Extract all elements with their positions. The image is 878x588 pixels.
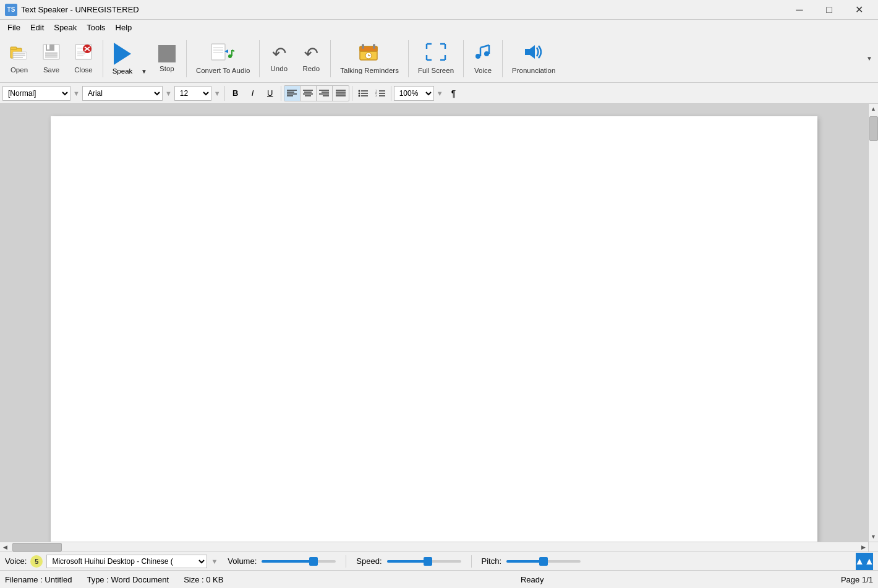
- speak-button[interactable]: Speak: [107, 37, 138, 80]
- close-doc-button[interactable]: Close: [68, 37, 99, 80]
- close-button[interactable]: ✕: [845, 0, 873, 20]
- pitch-group: Pitch:: [482, 556, 581, 566]
- toolbar-sep-3: [259, 40, 260, 77]
- window-title: Text Speaker - UNREGISTERED: [21, 5, 139, 14]
- pronunciation-button[interactable]: Pronunciation: [506, 37, 561, 80]
- menu-help[interactable]: Help: [111, 22, 137, 33]
- horizontal-scrollbar-row: ◀ ▶: [0, 542, 878, 552]
- toolbar-sep-2: [186, 40, 187, 77]
- svg-point-68: [358, 95, 360, 96]
- zoom-select[interactable]: 100%: [394, 86, 434, 101]
- convert-audio-button[interactable]: Convert To Audio: [190, 37, 255, 80]
- undo-label: Undo: [271, 65, 288, 72]
- speed-group: Speed:: [356, 556, 461, 566]
- maximize-button[interactable]: □: [815, 0, 843, 20]
- convert-audio-icon: [211, 43, 236, 64]
- type-value: Word Document: [111, 575, 169, 584]
- volume-fill: [262, 560, 313, 563]
- menu-speak[interactable]: Speak: [49, 22, 82, 33]
- volume-group: Volume:: [228, 556, 336, 566]
- h-scroll-thumb[interactable]: [12, 543, 62, 552]
- status-row-controls: Voice: 5 Microsoft Huihui Desktop - Chin…: [0, 552, 878, 571]
- scroll-right-arrow[interactable]: ▶: [858, 542, 868, 552]
- svg-rect-8: [47, 45, 49, 49]
- scroll-corner: [868, 542, 878, 552]
- status-page: Page 1/1: [841, 575, 873, 584]
- menu-tools[interactable]: Tools: [82, 22, 110, 33]
- scroll-track[interactable]: [869, 114, 878, 532]
- toolbar-expand-button[interactable]: ▼: [864, 37, 874, 80]
- voice-dropdown-icon: ▼: [211, 558, 218, 565]
- toolbar-sep-6: [463, 40, 464, 77]
- scroll-left-arrow[interactable]: ◀: [0, 542, 10, 552]
- speak-dropdown-arrow-icon: ▼: [141, 68, 147, 75]
- volume-track: [262, 560, 336, 563]
- voice-icon: [473, 43, 493, 64]
- undo-icon: ↶: [272, 45, 286, 62]
- pitch-thumb[interactable]: [539, 557, 548, 566]
- toolbar-sep-7: [502, 40, 503, 77]
- open-label: Open: [11, 66, 28, 74]
- save-button[interactable]: Save: [36, 37, 67, 80]
- svg-point-67: [358, 92, 360, 94]
- volume-thumb[interactable]: [309, 557, 318, 566]
- paragraph-button[interactable]: ¶: [446, 86, 462, 101]
- svg-marker-49: [525, 45, 535, 59]
- size-value: 0 KB: [206, 575, 223, 584]
- reminders-button[interactable]: Talking Reminders: [335, 37, 404, 80]
- fullscreen-button[interactable]: Full Screen: [412, 37, 459, 80]
- size-info: Size : 0 KB: [184, 575, 223, 584]
- speak-label: Speak: [113, 67, 133, 75]
- stop-button[interactable]: Stop: [151, 37, 182, 80]
- numbering-button[interactable]: 1. 2. 3.: [372, 86, 388, 101]
- status-row-info: Filename : Untitled Type : Word Document…: [0, 571, 878, 588]
- voice-select[interactable]: Microsoft Huihui Desktop - Chinese (: [46, 555, 207, 568]
- scroll-thumb[interactable]: [869, 116, 878, 141]
- speed-track: [387, 560, 461, 563]
- redo-button[interactable]: ↷ Redo: [296, 37, 326, 80]
- window-controls: ─ □ ✕: [785, 0, 873, 20]
- status-file-info: Filename : Untitled Type : Word Document…: [5, 575, 223, 584]
- document-scroll-area[interactable]: [0, 104, 868, 542]
- font-select[interactable]: Arial: [82, 86, 163, 101]
- align-left-button[interactable]: [284, 86, 300, 101]
- open-button[interactable]: Open: [4, 37, 35, 80]
- minimize-button[interactable]: ─: [785, 0, 814, 20]
- convert-audio-label: Convert To Audio: [196, 67, 250, 74]
- filename-label: Filename :: [5, 575, 43, 584]
- speak-dropdown-button[interactable]: ▼: [138, 37, 150, 80]
- menu-edit[interactable]: Edit: [25, 22, 49, 33]
- document-page[interactable]: [51, 116, 817, 542]
- close-doc-label: Close: [74, 66, 92, 74]
- app-icon: TS: [5, 4, 17, 16]
- stop-icon: [158, 45, 176, 62]
- scroll-up-arrow[interactable]: ▲: [869, 104, 879, 114]
- play-icon: [114, 43, 131, 65]
- style-select[interactable]: [Normal]: [2, 86, 70, 101]
- size-select[interactable]: 12: [174, 86, 211, 101]
- reminders-label: Talking Reminders: [340, 67, 399, 74]
- toolbar: Open Save: [0, 35, 878, 83]
- align-center-button[interactable]: [300, 86, 317, 101]
- bold-button[interactable]: B: [228, 86, 244, 101]
- speed-thumb[interactable]: [424, 557, 432, 566]
- toolbar-sep-4: [330, 40, 331, 77]
- align-justify-button[interactable]: [333, 86, 349, 101]
- menu-file[interactable]: File: [2, 22, 25, 33]
- undo-button[interactable]: ↶ Undo: [263, 37, 294, 80]
- voice-badge: 5: [30, 555, 43, 568]
- h-scroll-track[interactable]: [10, 542, 858, 552]
- bullets-button[interactable]: [355, 86, 371, 101]
- align-right-button[interactable]: [317, 86, 333, 101]
- voice-label: Voice: [474, 67, 492, 74]
- close-doc-icon: [74, 43, 93, 64]
- scroll-down-arrow[interactable]: ▼: [869, 532, 879, 542]
- status-bar: Voice: 5 Microsoft Huihui Desktop - Chin…: [0, 552, 878, 588]
- title-bar-left: TS Text Speaker - UNREGISTERED: [5, 4, 139, 16]
- format-sep-4: [391, 86, 391, 101]
- underline-button[interactable]: U: [262, 86, 278, 101]
- italic-button[interactable]: I: [245, 86, 261, 101]
- status-up-button[interactable]: ▲▲: [856, 553, 873, 570]
- title-bar: TS Text Speaker - UNREGISTERED ─ □ ✕: [0, 0, 878, 20]
- voice-button[interactable]: Voice: [467, 37, 498, 80]
